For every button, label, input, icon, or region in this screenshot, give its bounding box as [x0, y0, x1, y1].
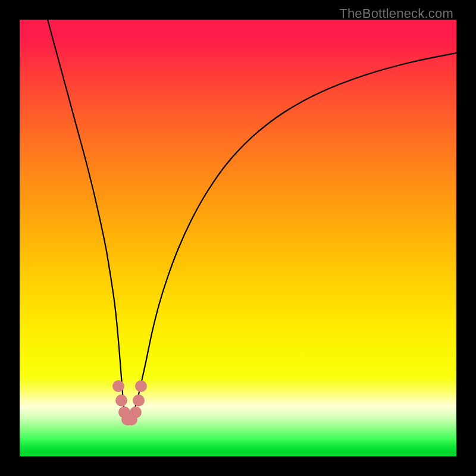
plot-area	[20, 20, 456, 456]
curve-layer	[20, 20, 456, 456]
marker-dots	[112, 380, 147, 425]
marker-dot	[133, 394, 145, 406]
bottleneck-curve-left	[48, 20, 129, 424]
marker-dot	[130, 406, 142, 418]
marker-dot	[112, 380, 124, 392]
bottleneck-curve-right	[129, 53, 456, 424]
marker-dot	[135, 380, 147, 392]
marker-dot	[115, 394, 127, 406]
chart-frame: TheBottleneck.com	[0, 0, 476, 476]
